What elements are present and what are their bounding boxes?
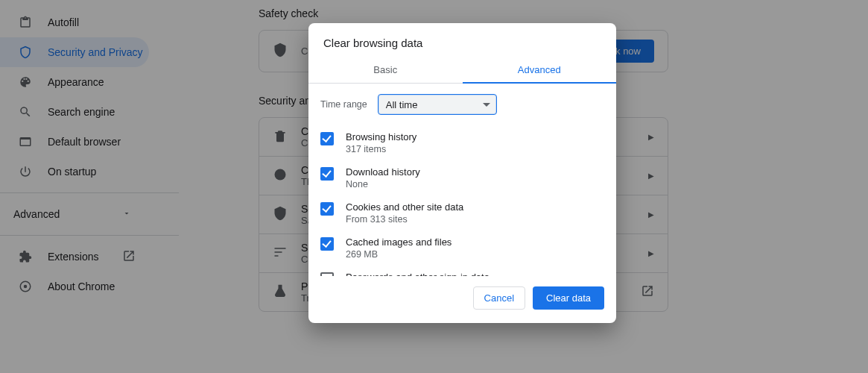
option-download-history[interactable]: Download historyNone [308, 160, 616, 195]
clear-data-button[interactable]: Clear data [533, 286, 604, 310]
checkbox[interactable] [320, 202, 334, 216]
checkbox[interactable] [320, 237, 334, 251]
option-subtitle: None [346, 179, 420, 189]
time-range-value: All time [386, 99, 418, 110]
option-cookies[interactable]: Cookies and other site dataFrom 313 site… [308, 195, 616, 231]
checkbox[interactable] [320, 132, 334, 145]
option-cache[interactable]: Cached images and files269 MB [308, 231, 616, 266]
checkbox[interactable] [320, 272, 334, 276]
option-title: Cookies and other site data [346, 201, 463, 213]
dialog-scroll[interactable]: Time range All time Browsing history317 … [308, 84, 616, 276]
option-browsing-history[interactable]: Browsing history317 items [308, 125, 616, 160]
checkbox[interactable] [320, 167, 334, 181]
option-subtitle: From 313 sites [346, 214, 463, 225]
option-title: Browsing history [346, 131, 416, 142]
dialog-tabs: Basic Advanced [308, 60, 616, 84]
option-subtitle: 269 MB [346, 249, 452, 260]
cancel-button[interactable]: Cancel [473, 286, 525, 310]
dropdown-arrow-icon [483, 103, 490, 107]
tab-basic[interactable]: Basic [308, 60, 463, 83]
option-title: Cached images and files [346, 236, 452, 248]
clear-browsing-dialog: Clear browsing data Basic Advanced Time … [308, 23, 616, 323]
option-title: Download history [346, 166, 420, 178]
time-range-select[interactable]: All time [378, 94, 497, 115]
dialog-title: Clear browsing data [308, 23, 616, 60]
option-subtitle: 317 items [346, 144, 416, 154]
option-passwords[interactable]: Passwords and other sign-in data2 passwo… [308, 266, 616, 276]
tab-advanced[interactable]: Advanced [463, 60, 617, 83]
time-range-label: Time range [320, 99, 367, 110]
option-title: Passwords and other sign-in data [346, 272, 536, 276]
